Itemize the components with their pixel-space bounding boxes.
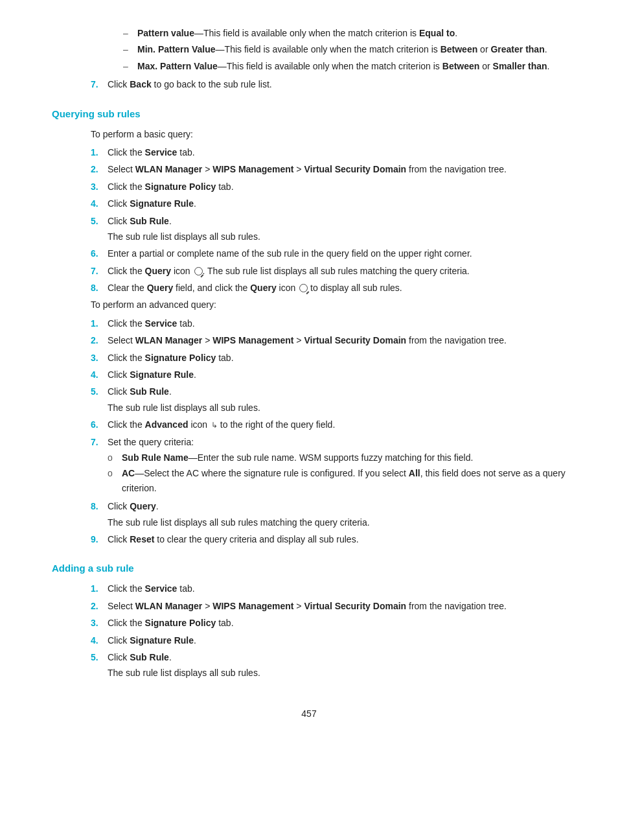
adv-step-7-subitems: o Sub Rule Name—Enter the sub rule name.…	[108, 450, 566, 495]
adv-step-8: 8. Click Query.The sub rule list display…	[91, 499, 566, 530]
advanced-query-steps: 1. Click the Service tab. 2. Select WLAN…	[91, 316, 566, 546]
advanced-icon: ↳	[211, 419, 218, 432]
adv-step-1: 1. Click the Service tab.	[91, 316, 566, 331]
basic-step-2: 2. Select WLAN Manager > WIPS Management…	[91, 162, 566, 176]
dash-icon: –	[123, 26, 137, 40]
basic-step-8: 8. Clear the Query field, and click the …	[91, 281, 566, 295]
adv-step-7: 7. Set the query criteria: o Sub Rule Na…	[91, 435, 566, 497]
adv-step-5: 5. Click Sub Rule.The sub rule list disp…	[91, 384, 566, 415]
add-step-1: 1. Click the Service tab.	[91, 581, 566, 596]
basic-step-1: 1. Click the Service tab.	[91, 145, 566, 159]
dash-icon: –	[123, 59, 137, 73]
basic-query-intro: To perform a basic query:	[91, 127, 566, 141]
basic-step-6: 6. Enter a partial or complete name of t…	[91, 246, 566, 261]
sub-bullet-icon: o	[108, 466, 122, 495]
sub-bullet-icon: o	[108, 450, 122, 465]
bullet-min-pattern-value: – Min. Pattern Value—This field is avail…	[123, 42, 566, 56]
sub-item-name: o Sub Rule Name—Enter the sub rule name.…	[108, 450, 566, 465]
page-number: 457	[52, 706, 566, 721]
adv-step-4: 4. Click Signature Rule.	[91, 368, 566, 382]
add-step-3: 3. Click the Signature Policy tab.	[91, 616, 566, 630]
sub-item-ac: o AC—Select the AC where the signature r…	[108, 466, 566, 495]
basic-step-5: 5. Click Sub Rule.The sub rule list disp…	[91, 214, 566, 244]
step-7-top: 7. Click Back to go back to the sub rule…	[91, 77, 566, 91]
adv-step-3: 3. Click the Signature Policy tab.	[91, 351, 566, 365]
add-step-5: 5. Click Sub Rule.The sub rule list disp…	[91, 650, 566, 681]
top-bullet-list: – Pattern value—This field is available …	[123, 26, 566, 73]
bullet-max-pattern-value: – Max. Pattern Value—This field is avail…	[123, 59, 566, 73]
basic-step-3: 3. Click the Signature Policy tab.	[91, 180, 566, 194]
query-search-icon-2	[299, 284, 308, 292]
advanced-query-intro: To perform an advanced query:	[91, 298, 566, 312]
adv-step-9: 9. Click Reset to clear the query criter…	[91, 532, 566, 546]
bullet-pattern-value: – Pattern value—This field is available …	[123, 26, 566, 40]
query-search-icon	[194, 267, 203, 275]
querying-sub-rules-heading: Querying sub rules	[52, 106, 566, 122]
adding-steps: 1. Click the Service tab. 2. Select WLAN…	[91, 581, 566, 680]
pre-section-list: 7. Click Back to go back to the sub rule…	[91, 77, 566, 91]
adding-sub-rule-heading: Adding a sub rule	[52, 561, 566, 576]
adv-step-6: 6. Click the Advanced icon ↳ to the righ…	[91, 417, 566, 432]
add-step-2: 2. Select WLAN Manager > WIPS Management…	[91, 599, 566, 613]
basic-query-steps: 1. Click the Service tab. 2. Select WLAN…	[91, 145, 566, 296]
basic-step-4: 4. Click Signature Rule.	[91, 196, 566, 211]
basic-step-7: 7. Click the Query icon . The sub rule l…	[91, 264, 566, 278]
adv-step-2: 2. Select WLAN Manager > WIPS Management…	[91, 333, 566, 347]
dash-icon: –	[123, 42, 137, 56]
add-step-4: 4. Click Signature Rule.	[91, 633, 566, 648]
